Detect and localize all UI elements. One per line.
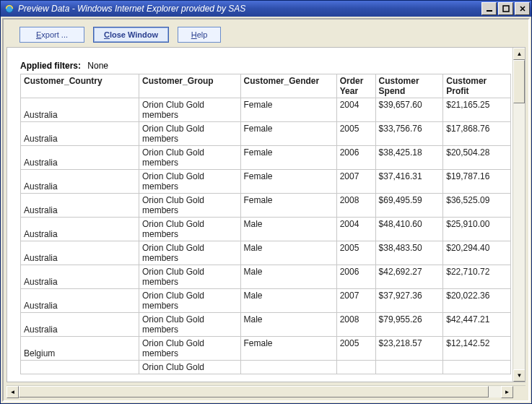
filters-value: None — [87, 61, 108, 71]
cell-gender: Female — [240, 170, 336, 194]
col-header-gender[interactable]: Customer_Gender — [240, 74, 336, 98]
col-header-year[interactable]: Order Year — [336, 74, 375, 98]
window-title: Preview Data - Windows Internet Explorer… — [18, 4, 481, 14]
cell-country: Australia — [21, 218, 139, 241]
cell-country — [21, 361, 139, 374]
cell-spend: $79,955.26 — [375, 313, 443, 337]
cell-spend: $42,692.27 — [375, 265, 443, 289]
cell-spend: $69,495.59 — [375, 194, 443, 218]
cell-spend: $33,756.76 — [375, 122, 443, 146]
vscroll-thumb[interactable] — [513, 60, 525, 103]
cell-year: 2004 — [336, 98, 375, 122]
cell-group: Orion Club Gold members — [139, 98, 240, 122]
table-row[interactable]: Orion Club Gold — [21, 361, 511, 374]
hscroll-track[interactable] — [19, 386, 501, 397]
col-header-profit[interactable]: Customer Profit — [443, 74, 511, 98]
cell-country: Australia — [21, 241, 139, 265]
table-row[interactable]: AustraliaOrion Club Gold membersFemale20… — [21, 98, 511, 122]
svg-rect-2 — [503, 6, 509, 12]
cell-year: 2007 — [336, 170, 375, 194]
toolbar: EExport ...xport ... Close Window Help — [4, 20, 528, 47]
cell-group: Orion Club Gold members — [139, 241, 240, 265]
close-window-button[interactable]: Close Window — [93, 27, 169, 43]
table-row[interactable]: AustraliaOrion Club Gold membersMale2007… — [21, 289, 511, 313]
cell-profit: $20,022.36 — [443, 289, 511, 313]
cell-gender: Female — [240, 194, 336, 218]
scrollbar-corner — [513, 386, 526, 398]
table-row[interactable]: AustraliaOrion Club Gold membersFemale20… — [21, 146, 511, 170]
maximize-button[interactable] — [498, 2, 513, 15]
main-area: Applied filters: None Customer_Country C… — [6, 47, 526, 382]
cell-year: 2005 — [336, 337, 375, 361]
cell-country: Australia — [21, 265, 139, 289]
table-row[interactable]: AustraliaOrion Club Gold membersMale2006… — [21, 265, 511, 289]
horizontal-scrollbar[interactable]: ◄ ► — [6, 385, 526, 397]
scroll-left-button[interactable]: ◄ — [6, 386, 19, 398]
cell-spend: $48,410.60 — [375, 218, 443, 241]
cell-spend: $37,416.31 — [375, 170, 443, 194]
col-header-group[interactable]: Customer_Group — [139, 74, 240, 98]
cell-profit: $20,294.40 — [443, 241, 511, 265]
vertical-scrollbar[interactable]: ▲ ▼ — [513, 48, 525, 382]
vscroll-track[interactable] — [513, 60, 525, 369]
cell-group: Orion Club Gold members — [139, 265, 240, 289]
cell-year: 2008 — [336, 313, 375, 337]
cell-year: 2006 — [336, 146, 375, 170]
table-row[interactable]: AustraliaOrion Club Gold membersFemale20… — [21, 122, 511, 146]
table-row[interactable]: AustraliaOrion Club Gold membersMale2004… — [21, 218, 511, 241]
cell-year: 2007 — [336, 289, 375, 313]
export-button[interactable]: EExport ...xport ... — [19, 27, 84, 43]
cell-year: 2006 — [336, 265, 375, 289]
cell-profit: $42,447.21 — [443, 313, 511, 337]
table-row[interactable]: AustraliaOrion Club Gold membersFemale20… — [21, 170, 511, 194]
cell-group: Orion Club Gold members — [139, 218, 240, 241]
cell-year: 2004 — [336, 218, 375, 241]
help-button[interactable]: Help — [178, 27, 221, 43]
cell-gender: Male — [240, 289, 336, 313]
col-header-country[interactable]: Customer_Country — [21, 74, 139, 98]
cell-group: Orion Club Gold members — [139, 170, 240, 194]
titlebar[interactable]: Preview Data - Windows Internet Explorer… — [1, 1, 531, 17]
cell-spend: $38,483.50 — [375, 241, 443, 265]
cell-profit: $17,868.76 — [443, 122, 511, 146]
scroll-right-button[interactable]: ► — [501, 386, 513, 398]
cell-year: 2008 — [336, 194, 375, 218]
col-header-spend[interactable]: Customer Spend — [375, 74, 443, 98]
cell-country: Australia — [21, 289, 139, 313]
svg-rect-1 — [487, 10, 492, 12]
cell-profit — [443, 361, 511, 374]
cell-country: Australia — [21, 122, 139, 146]
minimize-button[interactable] — [481, 2, 497, 15]
cell-gender: Male — [240, 265, 336, 289]
cell-year: 2005 — [336, 241, 375, 265]
cell-gender: Male — [240, 218, 336, 241]
cell-country: Belgium — [21, 337, 139, 361]
cell-country: Australia — [21, 194, 139, 218]
table-row[interactable]: AustraliaOrion Club Gold membersMale2005… — [21, 241, 511, 265]
window-buttons — [481, 2, 530, 15]
scroll-down-button[interactable]: ▼ — [513, 369, 526, 382]
cell-group: Orion Club Gold members — [139, 122, 240, 146]
table-header-row: Customer_Country Customer_Group Customer… — [21, 74, 511, 98]
table-row[interactable]: AustraliaOrion Club Gold membersFemale20… — [21, 194, 511, 218]
cell-group: Orion Club Gold members — [139, 313, 240, 337]
cell-spend: $38,425.18 — [375, 146, 443, 170]
cell-spend — [375, 361, 443, 374]
close-button[interactable] — [515, 2, 530, 15]
cell-profit: $36,525.09 — [443, 194, 511, 218]
hscroll-thumb[interactable] — [19, 386, 489, 397]
content-frame: EExport ...xport ... Close Window Help A… — [2, 18, 530, 402]
browser-window: Preview Data - Windows Internet Explorer… — [0, 0, 532, 404]
cell-year — [336, 361, 375, 374]
table-row[interactable]: AustraliaOrion Club Gold membersMale2008… — [21, 313, 511, 337]
cell-spend: $23,218.57 — [375, 337, 443, 361]
table-row[interactable]: BelgiumOrion Club Gold membersFemale2005… — [21, 337, 511, 361]
cell-gender: Male — [240, 313, 336, 337]
cell-profit: $22,710.72 — [443, 265, 511, 289]
cell-gender: Female — [240, 337, 336, 361]
data-table: Customer_Country Customer_Group Customer… — [20, 74, 511, 374]
cell-profit: $19,787.16 — [443, 170, 511, 194]
cell-profit: $20,504.28 — [443, 146, 511, 170]
scroll-up-button[interactable]: ▲ — [513, 48, 526, 60]
cell-country: Australia — [21, 313, 139, 337]
